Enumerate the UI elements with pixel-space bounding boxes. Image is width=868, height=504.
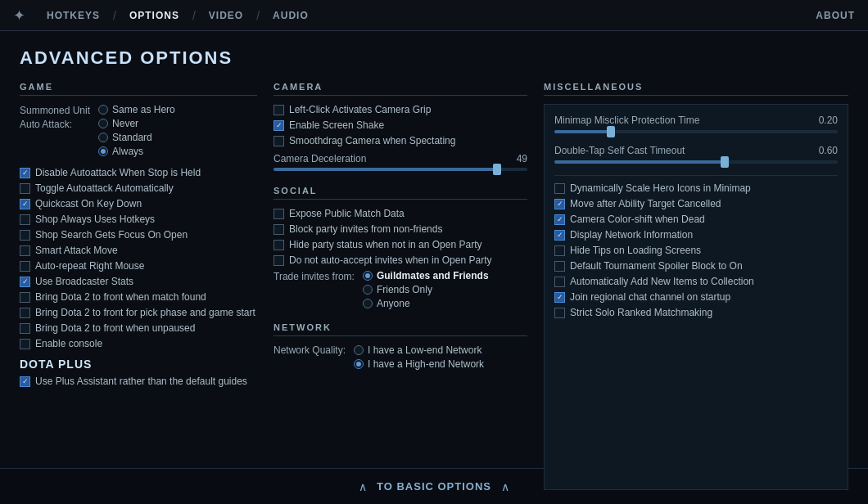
radio-label-anyone: Anyone bbox=[377, 298, 410, 309]
cb-no-auto-accept[interactable]: Do not auto-accept invites when in Open … bbox=[274, 254, 527, 266]
top-nav: ✦ HOTKEYS / OPTIONS / VIDEO / AUDIO ABOU… bbox=[0, 0, 868, 31]
basic-options-button[interactable]: TO BASIC OPTIONS bbox=[377, 480, 491, 493]
cb-label-console: Enable console bbox=[35, 338, 102, 349]
cb-label-no-auto-accept: Do not auto-accept invites when in Open … bbox=[289, 254, 491, 266]
cb-move-ability[interactable]: Move after Ability Target Cancelled bbox=[554, 198, 838, 209]
cb-label-disable-autoattack: Disable Autoattack When Stop is Held bbox=[35, 167, 201, 178]
radio-circle-high-end bbox=[354, 359, 364, 369]
cb-hide-party[interactable]: Hide party status when not in an Open Pa… bbox=[274, 239, 527, 250]
cb-camera-grip[interactable]: Left-Click Activates Camera Grip bbox=[274, 104, 527, 115]
cb-label-camera-grip: Left-Click Activates Camera Grip bbox=[289, 104, 431, 115]
cb-scale-hero-icons[interactable]: Dynamically Scale Hero Icons in Minimap bbox=[554, 182, 838, 194]
cb-spoiler-block[interactable]: Default Tournament Spoiler Block to On bbox=[554, 260, 838, 272]
cb-auto-repeat[interactable]: Auto-repeat Right Mouse bbox=[20, 260, 257, 272]
cb-console[interactable]: Enable console bbox=[20, 338, 257, 349]
cb-shop-hotkeys[interactable]: Shop Always Uses Hotkeys bbox=[20, 214, 257, 225]
cb-plus-assistant[interactable]: Use Plus Assistant rather than the defau… bbox=[20, 376, 257, 387]
network-header: NETWORK bbox=[274, 322, 527, 336]
dota-plus-header: DOTA PLUS bbox=[20, 358, 257, 371]
cb-smart-attack[interactable]: Smart Attack Move bbox=[20, 245, 257, 256]
cb-regional-chat[interactable]: Join regional chat channel on startup bbox=[554, 291, 838, 303]
radio-trade-anyone[interactable]: Anyone bbox=[363, 298, 489, 309]
nav-sep-3: / bbox=[256, 9, 260, 22]
cb-disable-autoattack[interactable]: Disable Autoattack When Stop is Held bbox=[20, 167, 257, 178]
radio-same-as-hero[interactable]: Same as Hero bbox=[98, 104, 175, 115]
radio-always[interactable]: Always bbox=[98, 146, 175, 157]
cb-quickcast[interactable]: Quickcast On Key Down bbox=[20, 198, 257, 209]
cb-smoothdrag[interactable]: Smoothdrag Camera when Spectating bbox=[274, 135, 527, 146]
cb-box-strict-solo bbox=[554, 308, 565, 318]
nav-video[interactable]: VIDEO bbox=[201, 10, 251, 21]
cb-hide-tips[interactable]: Hide Tips on Loading Screens bbox=[554, 245, 838, 256]
camera-decel-track[interactable] bbox=[274, 168, 527, 171]
radio-circle-friends bbox=[363, 285, 373, 295]
minimap-track[interactable] bbox=[554, 130, 838, 133]
nav-about[interactable]: ABOUT bbox=[816, 10, 855, 21]
radio-circle-guildmates bbox=[363, 271, 373, 281]
cb-box-smart-attack bbox=[20, 245, 30, 256]
misc-header: MISCELLANEOUS bbox=[544, 82, 848, 96]
radio-trade-friends[interactable]: Friends Only bbox=[363, 284, 489, 295]
network-options: I have a Low-end Network I have a High-e… bbox=[354, 344, 484, 370]
trade-options: Guildmates and Friends Friends Only Anyo… bbox=[363, 270, 489, 309]
network-section: NETWORK Network Quality: I have a Low-en… bbox=[274, 322, 527, 370]
cb-box-block-party bbox=[274, 224, 284, 235]
cb-strict-solo[interactable]: Strict Solo Ranked Matchmaking bbox=[554, 307, 838, 318]
cb-box-front-pick bbox=[20, 308, 30, 318]
camera-decel-thumb[interactable] bbox=[493, 164, 501, 175]
arrow-right-icon: ∧ bbox=[501, 480, 509, 493]
nav-hotkeys[interactable]: HOTKEYS bbox=[38, 10, 108, 21]
social-header: SOCIAL bbox=[274, 186, 527, 200]
cb-front-unpaused[interactable]: Bring Dota 2 to front when unpaused bbox=[20, 322, 257, 334]
cb-add-items[interactable]: Automatically Add New Items to Collectio… bbox=[554, 276, 838, 287]
doubletap-track[interactable] bbox=[554, 160, 838, 164]
radio-never[interactable]: Never bbox=[98, 118, 175, 129]
cb-screen-shake[interactable]: Enable Screen Shake bbox=[274, 119, 527, 131]
cb-display-network[interactable]: Display Network Information bbox=[554, 229, 838, 241]
main-content: ADVANCED OPTIONS GAME Summoned UnitAuto … bbox=[0, 31, 868, 468]
cb-front-pick[interactable]: Bring Dota 2 to front for pick phase and… bbox=[20, 307, 257, 318]
cb-shop-focus[interactable]: Shop Search Gets Focus On Open bbox=[20, 229, 257, 241]
arrow-left-icon: ∧ bbox=[359, 480, 367, 493]
radio-low-end[interactable]: I have a Low-end Network bbox=[354, 344, 484, 356]
summoned-label: Summoned UnitAuto Attack: bbox=[20, 104, 90, 132]
nav-options[interactable]: OPTIONS bbox=[121, 10, 188, 21]
nav-audio[interactable]: AUDIO bbox=[264, 10, 317, 21]
cb-broadcaster[interactable]: Use Broadcaster Stats bbox=[20, 276, 257, 287]
cb-box-console bbox=[20, 339, 30, 349]
radio-high-end[interactable]: I have a High-end Network bbox=[354, 358, 484, 370]
camera-decel-value: 49 bbox=[517, 153, 527, 164]
cb-front-match[interactable]: Bring Dota 2 to front when match found bbox=[20, 291, 257, 303]
camera-header: CAMERA bbox=[274, 82, 527, 96]
doubletap-slider: Double-Tap Self Cast Timeout 0.60 bbox=[554, 145, 838, 164]
cb-box-display-network bbox=[554, 230, 565, 241]
doubletap-label: Double-Tap Self Cast Timeout bbox=[554, 145, 685, 156]
cb-box-toggle-autoattack bbox=[20, 183, 30, 194]
cb-label-plus-assistant: Use Plus Assistant rather than the defau… bbox=[35, 376, 247, 387]
minimap-thumb[interactable] bbox=[607, 126, 615, 137]
cb-label-spoiler-block: Default Tournament Spoiler Block to On bbox=[570, 260, 743, 272]
cb-box-plus-assistant bbox=[20, 376, 30, 387]
radio-standard[interactable]: Standard bbox=[98, 132, 175, 143]
radio-trade-guildmates[interactable]: Guildmates and Friends bbox=[363, 270, 489, 281]
misc-divider bbox=[554, 175, 838, 176]
social-section: SOCIAL Expose Public Match Data Block pa… bbox=[274, 186, 527, 309]
cb-label-strict-solo: Strict Solo Ranked Matchmaking bbox=[570, 307, 712, 318]
radio-circle-never bbox=[98, 119, 108, 128]
network-quality-row: Network Quality: I have a Low-end Networ… bbox=[274, 344, 527, 370]
cb-block-party[interactable]: Block party invites from non-friends bbox=[274, 223, 527, 235]
radio-circle-standard bbox=[98, 133, 108, 142]
cb-box-camera-colorshift bbox=[554, 214, 565, 225]
cb-public-match[interactable]: Expose Public Match Data bbox=[274, 208, 527, 219]
cb-box-public-match bbox=[274, 209, 284, 219]
cb-camera-colorshift[interactable]: Camera Color-shift when Dead bbox=[554, 214, 838, 225]
summoned-radio-group: Same as Hero Never Standard Always bbox=[98, 104, 175, 157]
cb-box-shop-focus bbox=[20, 230, 30, 241]
camera-decel-fill bbox=[274, 168, 497, 171]
cb-label-regional-chat: Join regional chat channel on startup bbox=[570, 291, 730, 303]
cb-box-move-ability bbox=[554, 199, 565, 209]
cb-toggle-autoattack[interactable]: Toggle Autoattack Automatically bbox=[20, 182, 257, 194]
network-quality-label: Network Quality: bbox=[274, 344, 346, 356]
cb-box-hide-tips bbox=[554, 245, 565, 256]
doubletap-thumb[interactable] bbox=[721, 156, 729, 168]
